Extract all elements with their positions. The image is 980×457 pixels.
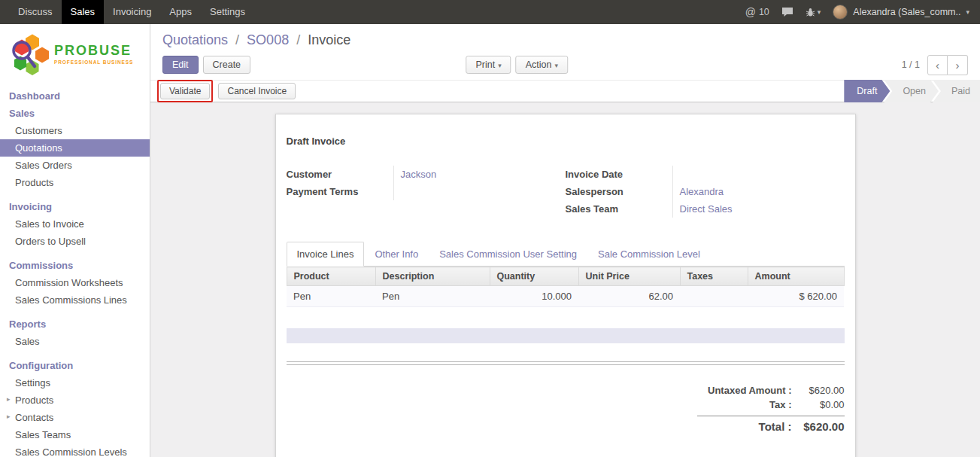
status-draft[interactable]: Draft xyxy=(844,80,890,102)
avatar xyxy=(833,5,848,20)
mentions-counter[interactable]: @ 10 xyxy=(745,6,769,18)
chevron-down-icon: ▾ xyxy=(966,8,969,16)
untaxed-amount-label: Untaxed Amount : xyxy=(697,385,792,396)
col-header-description: Description xyxy=(375,267,490,286)
status-open[interactable]: Open xyxy=(884,80,939,102)
breadcrumb-quotations[interactable]: Quotations xyxy=(162,32,228,47)
total-value: $620.00 xyxy=(792,420,845,433)
sidebar-item-sales-orders[interactable]: Sales Orders xyxy=(0,157,150,174)
validate-button[interactable]: Validate xyxy=(160,83,210,99)
topnav-settings[interactable]: Settings xyxy=(201,0,254,24)
sidebar-item-sales-commissions-lines[interactable]: Sales Commissions Lines xyxy=(0,291,150,309)
invoice-lines-table: Product Description Quantity Unit Price … xyxy=(287,267,845,307)
customer-value-link[interactable]: Jackson xyxy=(401,169,437,180)
sidebar-item-orders-to-upsell[interactable]: Orders to Upsell xyxy=(0,233,150,250)
form-view-content: Draft Invoice Customer Jackson Payment T… xyxy=(150,102,980,457)
invoice-sheet: Draft Invoice Customer Jackson Payment T… xyxy=(275,114,856,457)
pager: 1 / 1 ‹ › xyxy=(902,55,968,75)
tab-other-info[interactable]: Other Info xyxy=(364,242,429,267)
brand-name: PROBUSE xyxy=(54,44,133,59)
sidebar-item-reports-sales[interactable]: Sales xyxy=(0,333,150,350)
cell-product: Pen xyxy=(287,286,375,307)
table-row[interactable]: Pen Pen 10.000 62.00 $ 620.00 xyxy=(287,286,844,307)
sidebar-heading-sales[interactable]: Sales xyxy=(0,105,150,122)
breadcrumb-current: Invoice xyxy=(308,32,350,47)
status-pipeline: Draft Open Paid xyxy=(844,80,980,102)
sidebar-item-sales-to-invoice[interactable]: Sales to Invoice xyxy=(0,215,150,233)
sidebar-item-config-products[interactable]: ▸Products xyxy=(0,391,150,409)
status-paid[interactable]: Paid xyxy=(933,80,980,102)
tab-invoice-lines[interactable]: Invoice Lines xyxy=(287,242,365,267)
salesperson-label: Salesperson xyxy=(566,183,672,200)
col-header-quantity: Quantity xyxy=(490,267,578,286)
messages-icon[interactable] xyxy=(781,7,793,17)
form-statusbar: Validate Cancel Invoice Draft Open Paid xyxy=(150,80,980,102)
tab-sales-commission-user-setting[interactable]: Sales Commission User Setting xyxy=(429,242,587,267)
sidebar-item-quotations[interactable]: Quotations xyxy=(0,139,150,157)
tab-sale-commission-level[interactable]: Sale Commission Level xyxy=(587,242,711,267)
sidebar-item-config-contacts[interactable]: ▸Contacts xyxy=(0,409,150,426)
action-label: Action xyxy=(526,59,552,70)
invoice-date-value xyxy=(672,166,845,183)
sidebar-item-products[interactable]: Products xyxy=(0,174,150,191)
table-header-row: Product Description Quantity Unit Price … xyxy=(287,267,844,286)
sidebar-heading-reports[interactable]: Reports xyxy=(0,315,150,333)
bug-icon xyxy=(806,8,815,17)
col-header-amount: Amount xyxy=(748,267,844,286)
mention-count: 10 xyxy=(759,7,769,17)
main-area: Quotations / SO008 / Invoice Edit Create… xyxy=(150,24,980,457)
col-header-taxes: Taxes xyxy=(680,267,748,286)
sidebar-section-dashboard: Dashboard xyxy=(0,87,150,105)
action-dropdown-button[interactable]: Action▾ xyxy=(516,56,568,74)
topnav-sales[interactable]: Sales xyxy=(62,0,105,24)
sales-team-value-link[interactable]: Direct Sales xyxy=(680,203,733,215)
topnav-discuss[interactable]: Discuss xyxy=(9,0,62,24)
pager-next-button[interactable]: › xyxy=(948,55,968,75)
invoice-title: Draft Invoice xyxy=(287,136,845,147)
sidebar-section-configuration: Configuration Settings ▸Products ▸Contac… xyxy=(0,357,150,457)
payment-terms-label: Payment Terms xyxy=(287,183,393,200)
sidebar-item-commission-worksheets[interactable]: Commission Worksheets xyxy=(0,274,150,291)
sidebar-heading-invoicing[interactable]: Invoicing xyxy=(0,198,150,215)
col-header-unit-price: Unit Price xyxy=(578,267,680,286)
col-header-product: Product xyxy=(287,267,375,286)
sidebar-item-customers[interactable]: Customers xyxy=(0,122,150,139)
sidebar-section-reports: Reports Sales xyxy=(0,315,150,350)
salesperson-value-link[interactable]: Alexandra xyxy=(680,186,724,197)
fields-left-group: Customer Jackson Payment Terms xyxy=(287,166,566,218)
chevron-down-icon: ▾ xyxy=(498,62,502,69)
fields-right-group: Invoice Date Salesperson Alexandra Sales… xyxy=(566,166,845,218)
print-dropdown-button[interactable]: Print▾ xyxy=(466,56,511,74)
topnav-invoicing[interactable]: Invoicing xyxy=(104,0,160,24)
cell-description: Pen xyxy=(375,286,490,307)
totals-separator-line xyxy=(287,361,845,362)
sidebar-item-settings[interactable]: Settings xyxy=(0,374,150,391)
pager-previous-button[interactable]: ‹ xyxy=(927,55,948,75)
customer-label: Customer xyxy=(287,166,393,183)
sidebar-item-sales-commission-levels[interactable]: Sales Commission Levels xyxy=(0,443,150,457)
sidebar-heading-configuration[interactable]: Configuration xyxy=(0,357,150,374)
breadcrumb: Quotations / SO008 / Invoice xyxy=(162,30,968,50)
empty-line-strip xyxy=(287,328,845,343)
cell-unit-price: 62.00 xyxy=(578,286,680,307)
total-separator-line xyxy=(697,416,845,416)
user-menu[interactable]: Alexandra (Sales_comm.. ▾ xyxy=(833,5,969,20)
chevron-down-icon: ▾ xyxy=(818,8,821,16)
debug-menu[interactable]: ▾ xyxy=(806,8,821,17)
cancel-invoice-button[interactable]: Cancel Invoice xyxy=(218,83,296,99)
invoice-fields: Customer Jackson Payment Terms Invoice D… xyxy=(287,166,845,218)
totals-block: Untaxed Amount : $620.00 Tax : $0.00 Tot… xyxy=(697,383,845,434)
topbar-right-tools: @ 10 ▾ Alexandra (Sales_comm.. ▾ xyxy=(745,0,980,24)
control-panel-buttons-row: Edit Create Print▾ Action▾ 1 / 1 ‹ › xyxy=(162,50,968,80)
sales-team-label: Sales Team xyxy=(566,200,672,218)
sidebar-item-dashboard[interactable]: Dashboard xyxy=(0,87,150,105)
sidebar-section-invoicing: Invoicing Sales to Invoice Orders to Ups… xyxy=(0,198,150,250)
brand-tagline: PROFESSIONAL BUSINESS xyxy=(54,59,133,65)
breadcrumb-so008[interactable]: SO008 xyxy=(247,32,289,47)
edit-button[interactable]: Edit xyxy=(162,56,199,74)
sidebar-item-sales-teams[interactable]: Sales Teams xyxy=(0,426,150,443)
sidebar-heading-commissions[interactable]: Commissions xyxy=(0,257,150,274)
create-button[interactable]: Create xyxy=(203,56,251,74)
cell-taxes xyxy=(680,286,748,307)
topnav-apps[interactable]: Apps xyxy=(160,0,201,24)
